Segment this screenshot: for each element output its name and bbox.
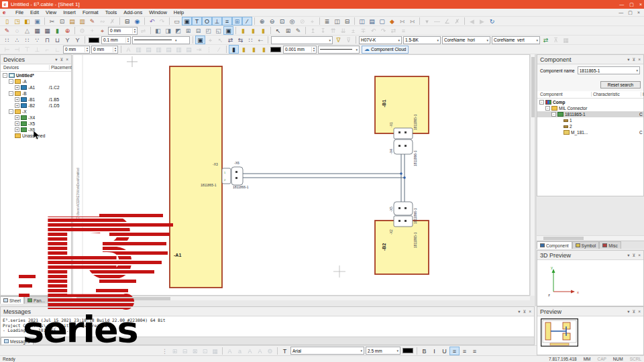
- core-lock-icon[interactable]: ⊼: [551, 36, 561, 44]
- info-icon[interactable]: ◉: [132, 17, 142, 25]
- frame-swap-icon[interactable]: ◱: [213, 26, 223, 35]
- text-lower-icon[interactable]: a: [235, 347, 245, 355]
- link-project-icon[interactable]: ∺: [407, 17, 417, 25]
- align-left-edge-icon[interactable]: ⊢: [2, 45, 12, 54]
- align-icon[interactable]: ≡: [398, 26, 409, 35]
- collapse-icon[interactable]: -: [9, 91, 13, 96]
- underline-icon[interactable]: U: [439, 347, 449, 355]
- spinner-arrows-icon[interactable]: ▲▼: [125, 38, 130, 43]
- distribute-h-icon[interactable]: ⌐: [42, 45, 52, 54]
- add-item-icon[interactable]: +: [87, 26, 97, 35]
- tab-symbol[interactable]: Symbol: [572, 241, 600, 249]
- next-sheet-icon[interactable]: ▶: [477, 17, 487, 25]
- messages-tab[interactable]: Messages: [1, 337, 34, 345]
- zoom-window-icon[interactable]: ⊡: [277, 17, 287, 25]
- pin-compress-icon[interactable]: ▥: [174, 45, 184, 54]
- align-bottom-edge-icon[interactable]: ⊥: [32, 45, 42, 54]
- distribute-v-icon[interactable]: ∟: [52, 45, 62, 54]
- zoom-out-icon[interactable]: ⊖: [267, 17, 277, 25]
- chevron-down-icon[interactable]: ▾: [518, 309, 520, 314]
- mirror-icon[interactable]: ⇄: [388, 26, 398, 35]
- probe-icon[interactable]: ⌖: [205, 36, 215, 44]
- step-down-icon[interactable]: ⇊: [338, 26, 348, 35]
- corename-vert-select[interactable]: CoreName_vert▾: [492, 36, 540, 44]
- tree-row-x[interactable]: --X: [1, 109, 71, 115]
- line-style-select[interactable]: ▾: [132, 36, 190, 44]
- text-mode-icon[interactable]: T: [192, 17, 202, 25]
- redo-icon[interactable]: ↷: [157, 17, 167, 25]
- update-icon[interactable]: ↻: [487, 17, 497, 25]
- highlight-pen-icon[interactable]: ▣: [195, 36, 205, 44]
- pin-dots-icon[interactable]: ⋮: [204, 45, 214, 54]
- ungroup-icon[interactable]: ⊟: [180, 347, 190, 355]
- lower-icon[interactable]: ∓: [358, 26, 368, 35]
- reset-search-button[interactable]: Reset search: [600, 81, 641, 88]
- junction-style-icon[interactable]: ∷: [246, 36, 256, 44]
- connector-x6-symbol[interactable]: [231, 167, 243, 185]
- sheet-overview-icon[interactable]: ≣: [322, 17, 332, 25]
- settings-icon[interactable]: ⚙: [77, 26, 87, 35]
- print-icon[interactable]: ⊟: [122, 17, 132, 25]
- align-right-edge-icon[interactable]: ⊣: [12, 45, 22, 54]
- canvas-hscroll-thumb[interactable]: [76, 297, 170, 300]
- jump-cross-icon[interactable]: ✗: [452, 17, 462, 25]
- pin-icon[interactable]: ⊻: [632, 309, 635, 314]
- schematic-canvas[interactable]: C:\Users\ACER\E3\WorkDesk\Untitled -A1 -…: [72, 54, 530, 296]
- angle-free-icon[interactable]: Y: [72, 36, 83, 44]
- spinner-arrows-icon[interactable]: ▲▼: [113, 47, 117, 52]
- tree-row-a1[interactable]: +-A1/1.C2: [1, 84, 71, 90]
- pin-icon[interactable]: ⊻: [60, 57, 63, 62]
- collapse-icon[interactable]: -: [9, 79, 13, 84]
- sketch-icon[interactable]: ◌: [12, 26, 22, 35]
- menu-tools[interactable]: Tools: [102, 9, 121, 15]
- marker-icon[interactable]: ▾: [422, 17, 432, 25]
- frame-left-icon[interactable]: ◧: [153, 26, 163, 35]
- reconnect-icon[interactable]: ⇆: [235, 36, 246, 44]
- grid-double-icon[interactable]: ⊔: [52, 36, 62, 44]
- collapse-icon[interactable]: -: [9, 109, 13, 114]
- align-center-icon[interactable]: ≡: [460, 347, 470, 355]
- tree-row-comp[interactable]: -Comp: [537, 99, 643, 105]
- cable-duct-icon[interactable]: ▮: [238, 26, 248, 35]
- collapse-icon[interactable]: -: [539, 100, 544, 105]
- tree-row-x4[interactable]: +-X4: [1, 115, 71, 121]
- font-size-select[interactable]: 2.5 mm▾: [366, 347, 400, 355]
- zoom-previous-icon[interactable]: ⊘: [297, 17, 307, 25]
- menu-insert[interactable]: Insert: [60, 9, 79, 15]
- previous-sheet-icon[interactable]: ◀: [467, 17, 477, 25]
- window-new-icon[interactable]: ◫: [332, 17, 342, 25]
- close-icon[interactable]: ×: [638, 253, 641, 258]
- new-sheet-icon[interactable]: ▯: [2, 17, 12, 25]
- component-hscroll-thumb[interactable]: [543, 237, 584, 240]
- tree-row-b1[interactable]: +-B1/1.B5: [1, 97, 71, 103]
- chevron-down-icon[interactable]: ▾: [627, 309, 629, 314]
- align-top-edge-icon[interactable]: ⊤: [22, 45, 32, 54]
- page-setup-icon[interactable]: ▤: [367, 17, 377, 25]
- menu-format[interactable]: Format: [79, 9, 102, 15]
- wire-type-select[interactable]: H07V-K▾: [359, 36, 402, 44]
- text-attr-icon[interactable]: ⚙: [265, 347, 275, 355]
- favorites-icon[interactable]: ◆: [387, 17, 397, 25]
- text-rotate-icon[interactable]: A: [255, 347, 265, 355]
- expand-icon[interactable]: +: [15, 121, 19, 126]
- signal-select[interactable]: ▾: [271, 36, 333, 44]
- raise-icon[interactable]: ±: [348, 26, 358, 35]
- doc-restore-button[interactable]: ▢: [628, 10, 633, 15]
- table-edit-icon[interactable]: ▦: [42, 26, 52, 35]
- text-upper-icon[interactable]: A: [225, 347, 235, 355]
- sheet-preview-thumbnail[interactable]: [541, 318, 578, 347]
- grid-snap-1-icon[interactable]: ∷: [2, 36, 12, 44]
- group-icon[interactable]: ⊞: [170, 347, 180, 355]
- tree-row-18118651[interactable]: -1811865-1C: [537, 111, 643, 117]
- chevron-down-icon[interactable]: ▾: [627, 253, 629, 258]
- close-icon[interactable]: ×: [638, 57, 641, 62]
- connector-x3-symbol[interactable]: [222, 168, 231, 184]
- angle-mode-icon[interactable]: Y: [62, 36, 72, 44]
- font-select[interactable]: Arial▾: [290, 347, 364, 355]
- core-table-icon[interactable]: ▦: [561, 36, 571, 44]
- pin-icon[interactable]: ⊻: [523, 309, 526, 314]
- new-project-icon[interactable]: ◧: [22, 17, 32, 25]
- probe-select-icon[interactable]: ↖: [215, 36, 225, 44]
- spinner-arrows-icon[interactable]: ▲▼: [311, 47, 316, 52]
- pin-names-icon[interactable]: A: [123, 45, 133, 54]
